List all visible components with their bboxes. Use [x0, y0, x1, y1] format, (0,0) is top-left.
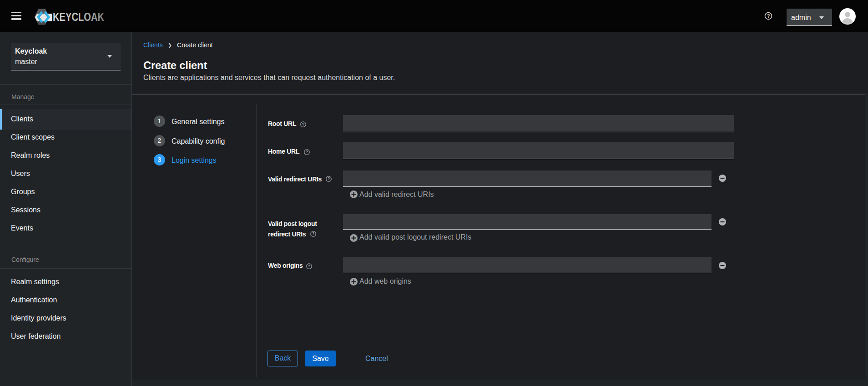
svg-text:?: ? — [306, 150, 308, 154]
svg-text:?: ? — [302, 122, 304, 126]
svg-text:?: ? — [308, 264, 310, 268]
svg-text:KEYCLOAK: KEYCLOAK — [53, 10, 104, 23]
svg-text:?: ? — [312, 231, 314, 236]
svg-text:?: ? — [328, 176, 330, 181]
svg-text:?: ? — [767, 13, 770, 19]
